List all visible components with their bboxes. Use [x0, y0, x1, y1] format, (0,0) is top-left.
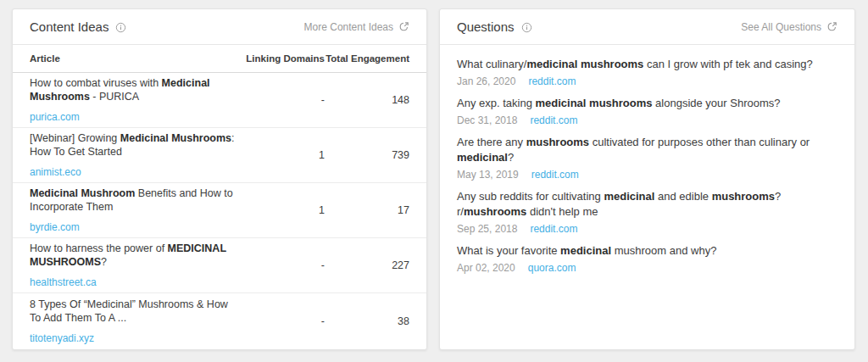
linking-domains-value: -: [244, 259, 325, 271]
question-text: What is your favorite medicinal mushroom…: [457, 243, 837, 259]
question-text: Any exp. taking medicinal mushrooms alon…: [457, 96, 837, 111]
table-row: Medicinal Mushroom Benefits and How to I…: [13, 183, 426, 238]
question-source-link[interactable]: reddit.com: [530, 114, 577, 127]
linking-domains-value: -: [244, 94, 325, 106]
question-meta: Sep 25, 2018 reddit.com: [457, 222, 837, 236]
questions-title: Questions: [457, 19, 532, 34]
external-link-icon: [826, 21, 837, 32]
article-cell: 8 Types Of “Medicinal” Mushrooms & How T…: [30, 298, 244, 345]
total-engagement-value: 38: [325, 315, 409, 327]
column-header-linking-domains: Linking Domains: [244, 53, 325, 64]
questions-title-label: Questions: [457, 19, 515, 34]
article-domain-link[interactable]: purica.com: [30, 111, 80, 123]
see-all-questions-link[interactable]: See All Questions: [741, 21, 837, 33]
linking-domains-value: 1: [244, 149, 325, 161]
article-cell: Medicinal Mushroom Benefits and How to I…: [30, 187, 244, 234]
article-domain-link[interactable]: titotenyadi.xyz: [30, 332, 94, 344]
content-ideas-header: Content Ideas More Content Ideas: [13, 9, 426, 45]
info-icon[interactable]: [115, 22, 126, 33]
question-text: Are there any mushrooms cultivated for p…: [457, 135, 837, 165]
total-engagement-value: 227: [325, 259, 409, 271]
list-item: What culinary/medicinal mushrooms can I …: [457, 57, 837, 88]
table-row: How to harness the power of MEDICINAL MU…: [13, 238, 426, 293]
question-date: Apr 02, 2020: [457, 261, 515, 275]
question-source-link[interactable]: quora.com: [528, 261, 576, 275]
article-title: Medicinal Mushroom Benefits and How to I…: [30, 187, 237, 214]
question-meta: Apr 02, 2020 quora.com: [457, 261, 837, 275]
question-meta: Dec 31, 2018 reddit.com: [457, 114, 837, 127]
questions-panel: Questions See All Questions Wha: [439, 8, 855, 350]
article-title: How to combat viruses with Medicinal Mus…: [30, 76, 237, 103]
total-engagement-value: 739: [325, 149, 409, 161]
question-source-link[interactable]: reddit.com: [530, 222, 577, 236]
question-text: What culinary/medicinal mushrooms can I …: [457, 57, 837, 72]
question-date: Dec 31, 2018: [457, 114, 517, 127]
question-text: Any sub reddits for cultivating medicina…: [457, 189, 837, 220]
question-date: Jan 26, 2020: [457, 75, 515, 88]
linking-domains-value: 1: [244, 204, 325, 216]
question-source-link[interactable]: reddit.com: [531, 168, 579, 181]
question-date: Sep 25, 2018: [457, 222, 517, 236]
article-domain-link[interactable]: animist.eco: [30, 166, 81, 178]
content-ideas-title: Content Ideas: [30, 19, 126, 34]
more-content-ideas-label: More Content Ideas: [304, 21, 393, 33]
linking-domains-value: -: [244, 315, 325, 327]
list-item: Any sub reddits for cultivating medicina…: [457, 189, 837, 236]
content-ideas-table: How to combat viruses with Medicinal Mus…: [13, 73, 426, 348]
article-domain-link[interactable]: healthstreet.ca: [30, 276, 97, 288]
question-meta: May 13, 2019 reddit.com: [457, 168, 837, 181]
info-icon[interactable]: [521, 22, 532, 33]
article-cell: [Webinar] Growing Medicinal Mushrooms: H…: [30, 131, 244, 179]
column-header-total-engagement: Total Engagement: [325, 53, 409, 64]
content-ideas-panel: Content Ideas More Content Ideas Artic: [12, 8, 427, 350]
article-title: How to harness the power of MEDICINAL MU…: [30, 242, 237, 269]
article-cell: How to harness the power of MEDICINAL MU…: [30, 242, 244, 289]
article-title: [Webinar] Growing Medicinal Mushrooms: H…: [30, 131, 237, 159]
question-date: May 13, 2019: [457, 168, 519, 181]
questions-header: Questions See All Questions: [440, 9, 854, 45]
external-link-icon: [398, 21, 409, 32]
total-engagement-value: 17: [325, 204, 409, 216]
see-all-questions-label: See All Questions: [741, 21, 821, 33]
list-item: Are there any mushrooms cultivated for p…: [457, 135, 837, 181]
article-domain-link[interactable]: byrdie.com: [30, 221, 80, 233]
column-header-article: Article: [30, 53, 244, 64]
more-content-ideas-link[interactable]: More Content Ideas: [304, 21, 409, 33]
article-cell: How to combat viruses with Medicinal Mus…: [30, 76, 244, 124]
list-item: Any exp. taking medicinal mushrooms alon…: [457, 96, 837, 127]
questions-list: What culinary/medicinal mushrooms can I …: [440, 45, 854, 275]
question-source-link[interactable]: reddit.com: [528, 75, 576, 88]
table-row: [Webinar] Growing Medicinal Mushrooms: H…: [13, 128, 426, 183]
article-title: 8 Types Of “Medicinal” Mushrooms & How T…: [30, 298, 237, 325]
question-meta: Jan 26, 2020 reddit.com: [457, 75, 837, 88]
content-ideas-table-header: Article Linking Domains Total Engagement: [13, 45, 426, 73]
total-engagement-value: 148: [325, 94, 409, 106]
list-item: What is your favorite medicinal mushroom…: [457, 243, 837, 275]
table-row: How to combat viruses with Medicinal Mus…: [13, 73, 426, 128]
content-ideas-title-label: Content Ideas: [30, 19, 108, 34]
table-row: 8 Types Of “Medicinal” Mushrooms & How T…: [13, 293, 426, 348]
